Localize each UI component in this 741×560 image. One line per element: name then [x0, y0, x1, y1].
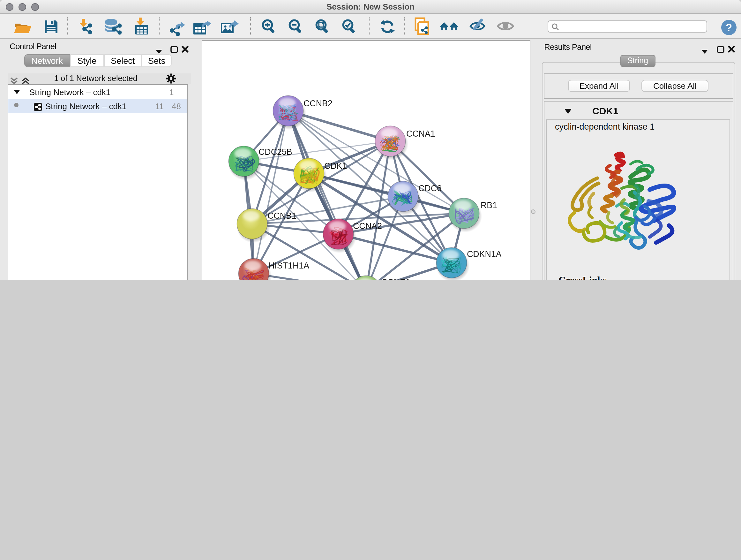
svg-text:HIST1H1A: HIST1H1A — [268, 260, 309, 270]
svg-text:CDK1: CDK1 — [324, 161, 347, 171]
svg-text:CCNB1: CCNB1 — [267, 211, 296, 220]
svg-text:RB1: RB1 — [481, 200, 497, 210]
svg-text:?: ? — [726, 21, 732, 34]
svg-text:CCNA1: CCNA1 — [406, 129, 435, 138]
svg-text:CDKN1A: CDKN1A — [467, 249, 502, 259]
svg-text:CDC6: CDC6 — [418, 183, 442, 193]
svg-text:CCNE1: CCNE1 — [381, 277, 410, 280]
svg-text:CCNB2: CCNB2 — [304, 98, 333, 108]
svg-text:CCNA2: CCNA2 — [353, 221, 382, 231]
svg-text:CDC25B: CDC25B — [259, 147, 292, 157]
